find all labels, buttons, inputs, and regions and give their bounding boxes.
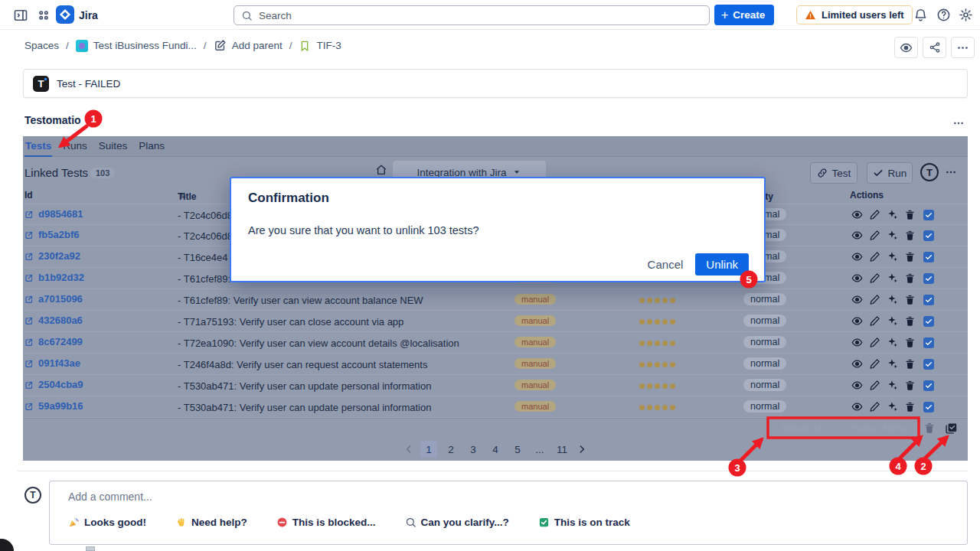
view-icon[interactable] bbox=[851, 230, 863, 241]
bulk-delete-trash-icon[interactable] bbox=[923, 422, 936, 434]
view-icon[interactable] bbox=[851, 380, 863, 391]
next-page-icon[interactable] bbox=[576, 443, 588, 455]
external-link-icon[interactable] bbox=[24, 380, 34, 390]
external-link-icon[interactable] bbox=[24, 316, 34, 325]
testomatio-circle-logo-icon[interactable]: T bbox=[920, 163, 939, 181]
external-link-icon[interactable] bbox=[24, 337, 34, 347]
quick-reply-chip[interactable]: Looks good! bbox=[68, 517, 146, 528]
view-icon[interactable] bbox=[851, 294, 863, 305]
select-none-button[interactable]: Select None bbox=[851, 422, 908, 434]
view-icon[interactable] bbox=[851, 272, 863, 284]
edit-icon[interactable] bbox=[869, 401, 880, 412]
create-button[interactable]: + Create bbox=[714, 5, 774, 25]
delete-icon[interactable] bbox=[904, 315, 916, 327]
ai-sparkles-icon[interactable] bbox=[887, 358, 898, 370]
row-select-checkbox[interactable] bbox=[923, 380, 934, 391]
test-id-link[interactable]: 091f43ae bbox=[24, 357, 80, 369]
delete-icon[interactable] bbox=[904, 380, 916, 391]
tab-suites[interactable]: Suites bbox=[99, 136, 128, 157]
limited-users-warning-button[interactable]: Limited users left bbox=[796, 5, 913, 24]
ai-sparkles-icon[interactable] bbox=[887, 380, 898, 391]
delete-icon[interactable] bbox=[904, 272, 916, 284]
row-select-checkbox[interactable] bbox=[923, 273, 934, 284]
sidebar-toggle-icon[interactable] bbox=[13, 8, 28, 23]
search-input[interactable] bbox=[259, 10, 672, 21]
delete-icon[interactable] bbox=[904, 401, 916, 412]
app-name[interactable]: Jira bbox=[79, 9, 98, 21]
test-id-link[interactable]: fb5a2bf6 bbox=[24, 229, 79, 240]
cancel-button[interactable]: Cancel bbox=[648, 258, 684, 271]
more-actions-button[interactable] bbox=[951, 37, 975, 58]
test-status-card[interactable]: T Test - FAILED bbox=[23, 69, 968, 98]
edit-icon[interactable] bbox=[869, 272, 880, 284]
page-button-3[interactable]: 3 bbox=[465, 441, 482, 458]
ai-sparkles-icon[interactable] bbox=[887, 251, 898, 262]
share-button[interactable] bbox=[923, 37, 946, 58]
page-button-5[interactable]: 5 bbox=[509, 441, 526, 458]
test-id-link[interactable]: 2504cba9 bbox=[24, 379, 83, 390]
edit-icon[interactable] bbox=[869, 230, 880, 241]
row-select-checkbox[interactable] bbox=[923, 402, 934, 412]
external-link-icon[interactable] bbox=[24, 273, 34, 282]
ai-sparkles-icon[interactable] bbox=[887, 337, 898, 348]
external-link-icon[interactable] bbox=[24, 230, 34, 240]
delete-icon[interactable] bbox=[904, 209, 916, 220]
delete-icon[interactable] bbox=[904, 337, 916, 348]
row-select-checkbox[interactable] bbox=[923, 316, 934, 327]
view-icon[interactable] bbox=[851, 315, 863, 327]
edit-icon[interactable] bbox=[869, 209, 880, 220]
ai-sparkles-icon[interactable] bbox=[887, 294, 898, 305]
ai-sparkles-icon[interactable] bbox=[887, 209, 898, 220]
external-link-icon[interactable] bbox=[24, 295, 34, 304]
test-id-link[interactable]: 59a99b16 bbox=[24, 400, 83, 412]
edit-icon[interactable] bbox=[869, 358, 880, 370]
row-select-checkbox[interactable] bbox=[923, 295, 934, 305]
unlink-button[interactable]: Unlink bbox=[695, 253, 749, 276]
settings-gear-icon[interactable] bbox=[959, 8, 974, 23]
comment-box[interactable]: Looks good!Need help?This is blocked...C… bbox=[49, 481, 968, 545]
tab-runs[interactable]: Runs bbox=[63, 136, 87, 157]
watch-eye-button[interactable] bbox=[894, 37, 918, 58]
quick-reply-chip[interactable]: This is on track bbox=[538, 517, 630, 528]
delete-icon[interactable] bbox=[904, 230, 916, 241]
page-button-1[interactable]: 1 bbox=[420, 441, 437, 458]
jira-logo-icon[interactable] bbox=[56, 5, 74, 24]
test-id-link[interactable]: 8c672499 bbox=[24, 336, 83, 347]
ai-sparkles-icon[interactable] bbox=[887, 272, 898, 284]
tab-plans[interactable]: Plans bbox=[139, 136, 165, 157]
external-link-icon[interactable] bbox=[24, 359, 34, 368]
page-button-4[interactable]: 4 bbox=[487, 441, 504, 458]
row-select-checkbox[interactable] bbox=[923, 210, 934, 220]
link-test-button[interactable]: Test bbox=[810, 162, 858, 184]
external-link-icon[interactable] bbox=[24, 252, 34, 261]
app-switcher-icon[interactable] bbox=[36, 8, 51, 23]
notifications-bell-icon[interactable] bbox=[913, 8, 929, 23]
toolbar-more-icon[interactable] bbox=[943, 166, 962, 178]
view-icon[interactable] bbox=[851, 251, 863, 262]
ai-sparkles-icon[interactable] bbox=[887, 401, 898, 412]
page-button-11[interactable]: 11 bbox=[554, 441, 570, 458]
ai-sparkles-icon[interactable] bbox=[887, 315, 898, 327]
edit-icon[interactable] bbox=[869, 294, 880, 305]
view-icon[interactable] bbox=[851, 358, 863, 370]
view-icon[interactable] bbox=[851, 209, 863, 220]
row-select-checkbox[interactable] bbox=[923, 230, 934, 241]
ai-sparkles-icon[interactable] bbox=[887, 230, 898, 241]
external-link-icon[interactable] bbox=[24, 402, 34, 411]
quick-reply-chip[interactable]: Need help? bbox=[175, 517, 247, 528]
edit-icon[interactable] bbox=[869, 315, 880, 327]
tab-tests[interactable]: Tests bbox=[25, 136, 51, 157]
previous-page-icon[interactable] bbox=[403, 443, 415, 455]
page-button-2[interactable]: 2 bbox=[443, 441, 459, 458]
row-select-checkbox[interactable] bbox=[923, 252, 934, 262]
run-button[interactable]: Run bbox=[867, 162, 913, 184]
quick-reply-chip[interactable]: Can you clarify...? bbox=[405, 517, 509, 528]
test-id-link[interactable]: 230f2a92 bbox=[24, 250, 80, 262]
breadcrumb-issue-key[interactable]: TIF-3 bbox=[299, 40, 341, 52]
edit-icon[interactable] bbox=[869, 337, 880, 348]
test-id-link[interactable]: a7015096 bbox=[24, 293, 83, 305]
plugin-more-icon[interactable] bbox=[951, 117, 968, 129]
row-select-checkbox[interactable] bbox=[923, 359, 934, 370]
edit-icon[interactable] bbox=[869, 251, 880, 262]
help-icon[interactable] bbox=[936, 8, 952, 23]
